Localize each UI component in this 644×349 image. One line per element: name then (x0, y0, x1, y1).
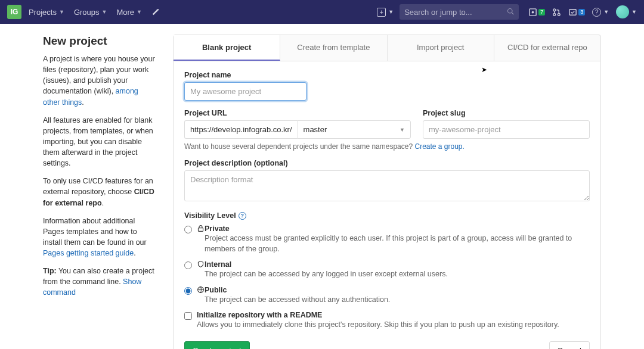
todos-badge: 3 (578, 9, 585, 15)
namespace-selected: master (304, 125, 327, 134)
nav-todos[interactable]: 3 (568, 8, 585, 17)
lock-icon (197, 225, 205, 234)
info-sidebar: New project A project is where you house… (43, 35, 156, 349)
project-description-input[interactable] (184, 170, 590, 201)
nav-issues[interactable]: 7 (528, 8, 545, 17)
create-project-button[interactable]: Create project (184, 341, 250, 350)
nav-more[interactable]: More ▼ (116, 8, 142, 17)
page-title: New project (43, 35, 156, 48)
initialize-readme-checkbox[interactable] (184, 312, 192, 320)
search-box[interactable] (400, 4, 519, 20)
link-pages-guide[interactable]: Pages getting started guide (43, 249, 134, 257)
project-description-label: Project description (optional) (184, 159, 590, 167)
svg-point-3 (532, 11, 534, 13)
group-hint: Want to house several dependent projects… (184, 142, 590, 151)
project-name-label: Project name (184, 71, 590, 79)
initialize-readme[interactable]: Initialize repository with a README Allo… (184, 311, 590, 331)
project-slug-input[interactable] (423, 120, 590, 139)
visibility-private-radio[interactable] (184, 226, 192, 233)
nav-projects-label: Projects (29, 8, 57, 17)
project-name-input[interactable] (184, 82, 306, 101)
help-icon: ? (592, 8, 601, 17)
namespace-select[interactable]: master ▼ (298, 120, 411, 139)
nav-projects[interactable]: Projects ▼ (29, 8, 64, 17)
visibility-internal-radio[interactable] (184, 261, 192, 269)
project-url-prefix: https://develop.infograb.co.kr/ (184, 120, 298, 139)
chevron-down-icon: ▼ (59, 9, 64, 15)
visibility-public-radio[interactable] (184, 287, 192, 295)
tab-import-project[interactable]: Import project (388, 35, 494, 61)
nav-new-dropdown[interactable]: + ▼ (377, 8, 394, 17)
chevron-down-icon: ▼ (137, 9, 142, 15)
search-icon (507, 8, 514, 17)
visibility-private[interactable]: Private Project access must be granted e… (184, 225, 590, 254)
nav-groups-label: Groups (74, 8, 100, 17)
shield-icon (197, 260, 205, 270)
chevron-down-icon: ▼ (102, 9, 107, 15)
nav-merge-requests[interactable] (552, 8, 561, 17)
svg-point-5 (553, 13, 556, 15)
help-icon[interactable]: ? (239, 212, 246, 220)
nav-ci-icon[interactable] (151, 8, 160, 16)
search-input[interactable] (404, 8, 507, 17)
chevron-down-icon: ▼ (388, 9, 394, 15)
globe-icon (197, 286, 205, 295)
tab-blank-project[interactable]: Blank project (174, 35, 280, 61)
svg-point-4 (553, 8, 556, 11)
nav-more-label: More (116, 8, 134, 17)
form-panel: Project name Project URL https://develop… (173, 61, 601, 349)
wrench-icon (151, 8, 160, 16)
brand-logo[interactable]: IG (7, 5, 21, 19)
chevron-down-icon: ▼ (631, 9, 637, 15)
visibility-internal[interactable]: Internal The project can be accessed by … (184, 260, 590, 280)
sidebar-paragraph: All features are enabled for blank proje… (43, 115, 156, 169)
issues-badge: 7 (538, 9, 545, 15)
plus-icon: + (377, 8, 386, 17)
project-type-tabs: Blank project Create from template Impor… (173, 35, 601, 61)
sidebar-paragraph: Tip: You can also create a project from … (43, 266, 156, 298)
svg-point-0 (508, 8, 513, 13)
sidebar-paragraph: To only use CI/CD features for an extern… (43, 176, 156, 208)
sidebar-paragraph: A project is where you house your files … (43, 54, 156, 108)
visibility-level-label: Visibility Level ? (184, 211, 590, 220)
nav-groups[interactable]: Groups ▼ (74, 8, 107, 17)
top-navbar: IG Projects ▼ Groups ▼ More ▼ + ▼ 7 3 ? … (0, 0, 644, 24)
svg-point-6 (558, 13, 561, 15)
sidebar-paragraph: Information about additional Pages templ… (43, 216, 156, 259)
issues-icon (528, 8, 537, 17)
todos-icon (568, 8, 577, 17)
tab-cicd-external[interactable]: CI/CD for external repo (494, 35, 600, 61)
link-create-group[interactable]: Create a group. (414, 142, 464, 151)
chevron-down-icon: ▼ (603, 9, 609, 15)
svg-line-1 (512, 13, 513, 14)
project-slug-label: Project slug (423, 109, 590, 117)
svg-rect-8 (198, 228, 203, 232)
nav-help[interactable]: ? ▼ (592, 8, 609, 17)
tab-create-from-template[interactable]: Create from template (280, 35, 387, 61)
chevron-down-icon: ▼ (400, 127, 405, 133)
cancel-button[interactable]: Cancel (549, 341, 590, 350)
user-avatar[interactable] (616, 5, 629, 18)
project-url-label: Project URL (184, 109, 411, 117)
merge-request-icon (552, 8, 561, 17)
visibility-public[interactable]: Public The project can be accessed witho… (184, 286, 590, 306)
